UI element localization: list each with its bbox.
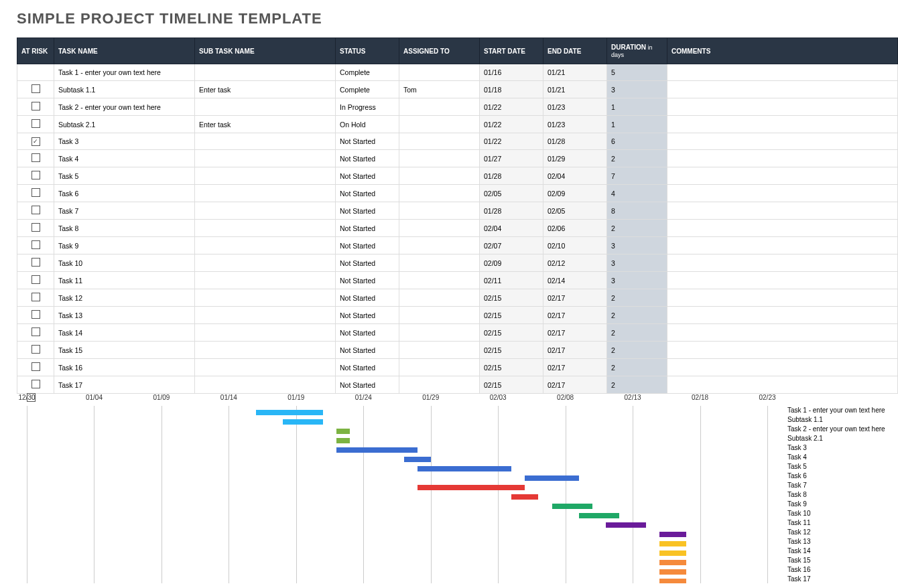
comments-cell[interactable] <box>667 272 898 289</box>
assigned-cell[interactable] <box>399 98 480 116</box>
assigned-cell[interactable] <box>399 254 480 272</box>
assigned-cell[interactable] <box>399 150 480 167</box>
at-risk-checkbox[interactable] <box>31 293 40 301</box>
at-risk-checkbox[interactable] <box>31 240 40 249</box>
comments-cell[interactable] <box>667 376 898 394</box>
task-name-cell[interactable]: Task 12 <box>54 289 195 307</box>
at-risk-checkbox[interactable] <box>31 188 40 197</box>
subtask-cell[interactable] <box>195 324 336 342</box>
subtask-cell[interactable] <box>195 376 336 394</box>
task-name-cell[interactable]: Task 17 <box>54 376 195 394</box>
subtask-cell[interactable] <box>195 307 336 324</box>
comments-cell[interactable] <box>667 342 898 359</box>
task-name-cell[interactable]: Task 2 - enter your own text here <box>54 98 195 116</box>
subtask-cell[interactable] <box>195 133 336 150</box>
status-cell[interactable]: Not Started <box>336 307 399 324</box>
status-cell[interactable]: Complete <box>336 64 399 81</box>
at-risk-checkbox[interactable] <box>31 84 40 93</box>
task-name-cell[interactable]: Task 10 <box>54 254 195 272</box>
at-risk-checkbox[interactable] <box>31 153 40 162</box>
task-name-cell[interactable]: Task 14 <box>54 324 195 342</box>
status-cell[interactable]: Not Started <box>336 220 399 237</box>
subtask-cell[interactable] <box>195 254 336 272</box>
status-cell[interactable]: Not Started <box>336 342 399 359</box>
assigned-cell[interactable] <box>399 237 480 254</box>
status-cell[interactable]: Complete <box>336 81 399 98</box>
at-risk-checkbox[interactable] <box>31 119 40 128</box>
assigned-cell[interactable] <box>399 220 480 237</box>
at-risk-checkbox[interactable] <box>31 345 40 354</box>
status-cell[interactable]: Not Started <box>336 150 399 167</box>
at-risk-checkbox[interactable] <box>31 310 40 319</box>
at-risk-checkbox[interactable] <box>31 327 40 336</box>
comments-cell[interactable] <box>667 307 898 324</box>
subtask-cell[interactable] <box>195 289 336 307</box>
subtask-cell[interactable] <box>195 342 336 359</box>
task-name-cell[interactable]: Task 11 <box>54 272 195 289</box>
assigned-cell[interactable] <box>399 64 480 81</box>
subtask-cell[interactable] <box>195 237 336 254</box>
status-cell[interactable]: Not Started <box>336 359 399 376</box>
comments-cell[interactable] <box>667 220 898 237</box>
subtask-cell[interactable] <box>195 98 336 116</box>
task-name-cell[interactable]: Task 4 <box>54 150 195 167</box>
assigned-cell[interactable] <box>399 116 480 133</box>
comments-cell[interactable] <box>667 133 898 150</box>
task-name-cell[interactable]: Task 16 <box>54 359 195 376</box>
subtask-cell[interactable] <box>195 359 336 376</box>
assigned-cell[interactable] <box>399 133 480 150</box>
comments-cell[interactable] <box>667 98 898 116</box>
at-risk-checkbox[interactable] <box>31 137 40 146</box>
comments-cell[interactable] <box>667 81 898 98</box>
at-risk-checkbox[interactable] <box>31 171 40 179</box>
at-risk-checkbox[interactable] <box>31 275 40 284</box>
status-cell[interactable]: In Progress <box>336 98 399 116</box>
subtask-cell[interactable] <box>195 220 336 237</box>
status-cell[interactable]: Not Started <box>336 324 399 342</box>
status-cell[interactable]: Not Started <box>336 254 399 272</box>
assigned-cell[interactable] <box>399 324 480 342</box>
assigned-cell[interactable]: Tom <box>399 81 480 98</box>
assigned-cell[interactable] <box>399 359 480 376</box>
comments-cell[interactable] <box>667 289 898 307</box>
comments-cell[interactable] <box>667 237 898 254</box>
comments-cell[interactable] <box>667 324 898 342</box>
comments-cell[interactable] <box>667 150 898 167</box>
task-name-cell[interactable]: Task 15 <box>54 342 195 359</box>
status-cell[interactable]: Not Started <box>336 167 399 185</box>
at-risk-checkbox[interactable] <box>31 362 40 371</box>
task-name-cell[interactable]: Task 7 <box>54 202 195 220</box>
comments-cell[interactable] <box>667 185 898 202</box>
subtask-cell[interactable] <box>195 185 336 202</box>
status-cell[interactable]: Not Started <box>336 289 399 307</box>
subtask-cell[interactable] <box>195 272 336 289</box>
subtask-cell[interactable]: Enter task <box>195 116 336 133</box>
comments-cell[interactable] <box>667 116 898 133</box>
at-risk-checkbox[interactable] <box>31 102 40 111</box>
task-name-cell[interactable]: Task 3 <box>54 133 195 150</box>
assigned-cell[interactable] <box>399 307 480 324</box>
task-name-cell[interactable]: Task 6 <box>54 185 195 202</box>
assigned-cell[interactable] <box>399 202 480 220</box>
subtask-cell[interactable]: Enter task <box>195 81 336 98</box>
status-cell[interactable]: On Hold <box>336 116 399 133</box>
task-name-cell[interactable]: Task 1 - enter your own text here <box>54 64 195 81</box>
subtask-cell[interactable] <box>195 167 336 185</box>
subtask-cell[interactable] <box>195 150 336 167</box>
at-risk-checkbox[interactable] <box>31 258 40 267</box>
task-name-cell[interactable]: Task 13 <box>54 307 195 324</box>
task-name-cell[interactable]: Task 5 <box>54 167 195 185</box>
task-name-cell[interactable]: Task 9 <box>54 237 195 254</box>
task-name-cell[interactable]: Subtask 2.1 <box>54 116 195 133</box>
comments-cell[interactable] <box>667 167 898 185</box>
at-risk-checkbox[interactable] <box>31 206 40 214</box>
at-risk-checkbox[interactable] <box>31 223 40 232</box>
assigned-cell[interactable] <box>399 289 480 307</box>
status-cell[interactable]: Not Started <box>336 376 399 394</box>
subtask-cell[interactable] <box>195 202 336 220</box>
subtask-cell[interactable] <box>195 64 336 81</box>
status-cell[interactable]: Not Started <box>336 185 399 202</box>
task-name-cell[interactable]: Task 8 <box>54 220 195 237</box>
status-cell[interactable]: Not Started <box>336 237 399 254</box>
assigned-cell[interactable] <box>399 185 480 202</box>
